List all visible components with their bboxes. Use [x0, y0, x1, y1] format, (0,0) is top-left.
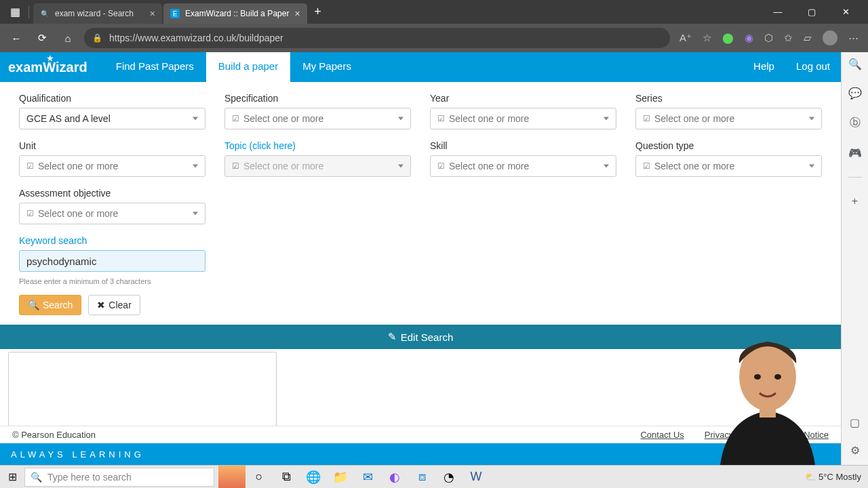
series-select[interactable]: ☑Select one or more [635, 108, 822, 129]
address-bar: ← ⟳ ⌂ 🔒 https://www.examwizard.co.uk/bui… [0, 24, 868, 52]
nav-help[interactable]: Help [743, 52, 785, 82]
url-input[interactable]: 🔒 https://www.examwizard.co.uk/buildpape… [84, 28, 670, 48]
app-logo[interactable]: examW★izard [8, 52, 104, 82]
app-navbar: examW★izard Find Past Papers Build a pap… [0, 52, 841, 82]
settings-icon[interactable]: ⚙ [850, 444, 860, 457]
toolbox-icon[interactable]: ▢ [850, 416, 860, 429]
chat-icon[interactable]: 💬 [848, 87, 862, 100]
pencil-icon: ✎ [388, 331, 397, 343]
refresh-button[interactable]: ⟳ [33, 28, 52, 47]
browser-tab-strip: ▦ 🔍 exam wizard - Search × E ExamWizard … [0, 0, 868, 24]
qualification-label: Qualification [19, 93, 205, 104]
extension-icon[interactable]: ◉ [745, 32, 753, 44]
minimize-button[interactable]: ― [768, 7, 788, 17]
check-icon: ☑ [643, 161, 650, 171]
search-favicon: 🔍 [40, 9, 50, 18]
people-icon[interactable] [218, 466, 245, 489]
task-view-icon[interactable]: ⧉ [273, 466, 300, 489]
assessment-objective-select[interactable]: ☑Select one or more [19, 203, 205, 224]
clear-button[interactable]: ✖ Clear [88, 295, 140, 315]
tab-actions-icon[interactable]: ▦ [5, 3, 24, 22]
search-button[interactable]: 🔍 Search [19, 295, 81, 315]
read-aloud-icon[interactable]: A⁺ [679, 32, 692, 44]
profile-avatar[interactable] [823, 30, 837, 45]
extension-icon[interactable]: ⬤ [722, 32, 734, 44]
word-icon[interactable]: W [462, 466, 490, 489]
window-controls: ― ▢ ✕ [768, 7, 863, 17]
search-icon[interactable]: 🔍 [848, 58, 862, 70]
check-icon: ☑ [26, 161, 34, 171]
cortana-icon[interactable]: ○ [245, 466, 273, 489]
nav-logout[interactable]: Log out [785, 52, 841, 82]
topic-label[interactable]: Topic (click here) [224, 140, 411, 151]
browser-tab-0[interactable]: 🔍 exam wizard - Search × [33, 3, 162, 24]
footer-contact-link[interactable]: Contact Us [640, 430, 684, 440]
check-icon: ☑ [437, 114, 445, 123]
site-favicon: E [170, 9, 180, 18]
check-icon: ☑ [643, 114, 650, 123]
tab-title: exam wizard - Search [55, 9, 134, 18]
weather-widget[interactable]: ⛅ 5°C Mostly [805, 472, 861, 482]
topic-select[interactable]: ☑Select one or more [224, 155, 411, 177]
explorer-icon[interactable]: 📁 [327, 466, 354, 489]
close-icon[interactable]: × [294, 8, 300, 19]
favorites-star-icon[interactable]: ☆ [703, 32, 711, 44]
series-label: Series [635, 93, 822, 104]
app-icon[interactable]: ◐ [381, 466, 408, 489]
tab-title: ExamWizard :: Build a Paper [185, 9, 289, 18]
qualification-select[interactable]: GCE AS and A level [19, 108, 205, 129]
menu-icon[interactable]: ⋯ [848, 32, 859, 44]
specification-label: Specification [224, 93, 411, 104]
add-icon[interactable]: + [852, 195, 858, 207]
check-icon: ☑ [26, 209, 34, 218]
nav-build-a-paper[interactable]: Build a paper [206, 52, 290, 82]
keyword-label: Keyword search [19, 235, 205, 246]
nav-find-past-papers[interactable]: Find Past Papers [104, 52, 206, 82]
start-button[interactable]: ⊞ [0, 466, 24, 488]
question-type-select[interactable]: ☑Select one or more [635, 155, 822, 177]
svg-rect-3 [760, 404, 776, 418]
search-icon: 🔍 [28, 300, 39, 310]
mail-icon[interactable]: ✉ [354, 466, 381, 489]
close-icon[interactable]: × [150, 8, 155, 19]
unit-select[interactable]: ☑Select one or more [19, 155, 205, 177]
vscode-icon[interactable]: ⧈ [408, 466, 435, 489]
year-select[interactable]: ☑Select one or more [430, 108, 616, 129]
close-window-button[interactable]: ✕ [835, 7, 856, 17]
collections-icon[interactable]: ▱ [804, 32, 812, 44]
skill-select[interactable]: ☑Select one or more [430, 155, 616, 177]
check-icon: ☑ [232, 114, 239, 123]
url-text: https://www.examwizard.co.uk/buildpaper [109, 33, 283, 43]
check-icon: ☑ [232, 161, 239, 171]
windows-taskbar: ⊞ 🔍 Type here to search ○ ⧉ 🌐 📁 ✉ ◐ ⧈ ◔ … [0, 465, 868, 488]
svg-point-2 [774, 374, 781, 380]
extensions-icon[interactable]: ⬡ [764, 32, 773, 44]
back-button[interactable]: ← [7, 28, 26, 47]
favorites-icon[interactable]: ✩ [784, 32, 793, 44]
search-placeholder: Type here to search [47, 472, 132, 483]
search-icon: 🔍 [31, 472, 42, 483]
copyright: © Pearson Education [12, 430, 96, 440]
check-icon: ☑ [437, 161, 445, 171]
maximize-button[interactable]: ▢ [802, 7, 822, 17]
unit-label: Unit [19, 140, 205, 151]
home-button[interactable]: ⌂ [58, 28, 77, 47]
year-label: Year [430, 93, 616, 104]
nav-my-papers[interactable]: My Papers [290, 52, 363, 82]
skill-label: Skill [430, 140, 616, 151]
webcam-overlay [686, 323, 835, 465]
app-icon-2[interactable]: ◔ [435, 466, 462, 489]
games-icon[interactable]: 🎮 [848, 146, 862, 159]
keyword-hint: Please enter a minimum of 3 characters [19, 277, 205, 285]
keyword-input[interactable] [19, 250, 205, 272]
bing-icon[interactable]: ⓑ [850, 116, 861, 130]
edge-icon[interactable]: 🌐 [300, 466, 327, 489]
question-type-label: Question type [635, 140, 822, 151]
close-icon: ✖ [97, 300, 105, 310]
new-tab-button[interactable]: + [309, 3, 328, 22]
taskbar-search[interactable]: 🔍 Type here to search [24, 468, 214, 487]
browser-tab-1[interactable]: E ExamWizard :: Build a Paper × [163, 3, 307, 24]
lock-icon: 🔒 [92, 33, 102, 43]
svg-point-1 [754, 374, 761, 380]
specification-select[interactable]: ☑Select one or more [224, 108, 411, 129]
